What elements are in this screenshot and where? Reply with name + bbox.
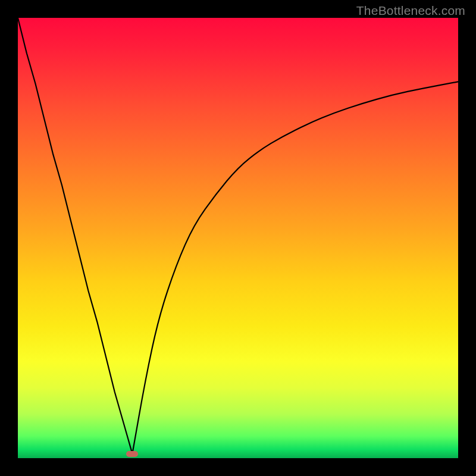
watermark-text: TheBottleneck.com [356, 4, 465, 18]
minimum-marker [126, 451, 138, 457]
plot-area [18, 18, 458, 458]
curve-layer [18, 18, 458, 458]
curve-path [18, 18, 458, 454]
chart-frame: TheBottleneck.com [0, 0, 476, 476]
